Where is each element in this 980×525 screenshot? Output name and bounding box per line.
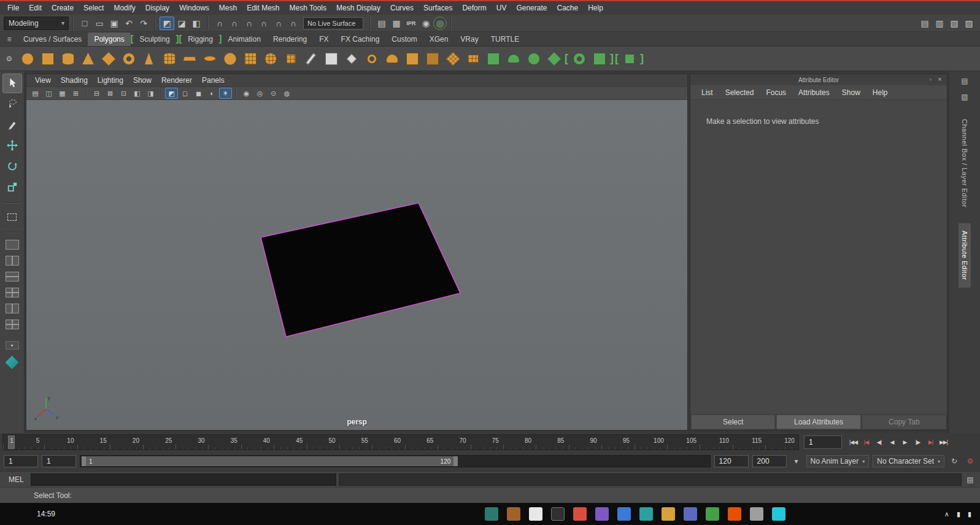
anim-layer-dropdown[interactable]: No Anim Layer ▾ [806,455,870,467]
menu-mesh-display[interactable]: Mesh Display [331,1,385,15]
taskbar-app-icon[interactable] [507,507,520,521]
animation-start-field[interactable]: 1 [4,455,38,467]
menu-help[interactable]: Help [583,1,608,15]
playback-start-field[interactable]: 1 [42,455,76,467]
scale-tool-button[interactable] [2,178,22,197]
save-scene-button[interactable]: ▣ [107,17,122,30]
shelf-poly-subdiv-cube-icon[interactable] [240,48,260,70]
last-tool-slot[interactable] [2,207,22,227]
menu-mesh-tools[interactable]: Mesh Tools [285,1,331,15]
layout-two-panes-side-by-side-button[interactable] [6,256,19,266]
shelf-target-weld-icon[interactable] [589,48,609,70]
shelf-multi-cut-icon[interactable] [361,48,382,70]
play-backwards-button[interactable]: ◀ [885,435,898,449]
shelf-smooth-preview-icon[interactable] [503,48,523,70]
menu-cache[interactable]: Cache [552,1,583,15]
shelf-combine-icon[interactable] [463,48,483,70]
snap-to-projected-center-button[interactable]: ∩ [257,17,271,30]
step-back-frame-button[interactable]: ◀| [873,435,885,449]
menu-uv[interactable]: UV [492,1,512,15]
shelf-transfer-attributes-icon[interactable] [619,48,639,70]
menu-select[interactable]: Select [79,1,109,15]
snap-to-point-button[interactable]: ∩ [242,17,257,30]
layout-four-panes-alt-button[interactable] [6,320,19,329]
menu-modify[interactable]: Modify [109,1,140,15]
select-object-mask-button[interactable]: ◪ [174,17,189,30]
shelf-tab-rendering[interactable]: Rendering [267,33,313,46]
shelf-tab-turtle[interactable]: TURTLE [485,33,525,46]
taskbar-app-icon[interactable] [706,507,719,521]
camera-attributes-icon[interactable]: ▦ [56,88,69,99]
shelf-poly-sphere-icon[interactable] [17,48,37,70]
shelf-tab-rigging[interactable]: Rigging [182,33,219,46]
menu-edit[interactable]: Edit [24,1,47,15]
redo-button[interactable]: ↷ [136,17,151,30]
toggle-tool-settings-button[interactable]: ▧ [947,17,962,30]
playback-end-field[interactable]: 120 [714,455,749,467]
menu-file[interactable]: File [2,1,24,15]
undo-button[interactable]: ↶ [122,17,136,30]
shelf-tab-custom[interactable]: Custom [385,33,423,46]
tray-status-icon[interactable]: ▮ [957,510,960,518]
shelf-poly-disc-icon[interactable] [199,48,220,70]
copy-tab-button[interactable]: Copy Tab [862,415,946,429]
menu-windows[interactable]: Windows [174,1,214,15]
animation-end-field[interactable]: 200 [752,455,787,467]
float-panel-icon[interactable]: ▫ [926,75,935,84]
panel-menu-renderer[interactable]: Renderer [156,76,197,85]
play-forwards-button[interactable]: ▶ [898,435,911,449]
ae-menu-attributes[interactable]: Attributes [792,88,836,97]
step-forward-frame-button[interactable]: |▶ [911,435,924,449]
character-set-dropdown[interactable]: No Character Set ▾ [873,455,944,467]
taskbar-app-icon[interactable] [551,507,565,521]
taskbar-app-icon[interactable] [617,507,631,521]
shelf-create-polygon-tool-icon[interactable] [301,48,321,70]
taskbar-app-icon[interactable] [595,507,609,521]
shelf-mirror-icon[interactable] [544,48,564,70]
playback-options-dropdown-icon[interactable]: ▾ [790,455,803,467]
paint-select-tool-button[interactable] [2,115,22,135]
move-tool-button[interactable] [2,136,22,156]
menu-generate[interactable]: Generate [511,1,552,15]
range-slider[interactable]: 1 120 [80,455,711,467]
tray-expand-icon[interactable]: ∧ [944,510,949,518]
menu-mesh[interactable]: Mesh [214,1,242,15]
xray-mode-icon[interactable]: ◍ [280,88,293,99]
select-button[interactable]: Select [691,415,775,429]
taskbar-app-icon[interactable] [750,507,763,521]
make-live-button[interactable]: ∩ [286,17,301,30]
snap-to-curve-button[interactable]: ∩ [227,17,242,30]
shelf-poly-prism-icon[interactable] [139,48,159,70]
layout-four-panes-button[interactable] [6,288,19,297]
snap-to-view-plane-button[interactable]: ∩ [271,17,286,30]
menu-edit-mesh[interactable]: Edit Mesh [242,1,284,15]
command-line-language-toggle[interactable]: MEL [4,475,28,484]
use-all-lights-icon[interactable]: ◐ [206,88,218,99]
render-current-frame-button[interactable]: ◉ [419,17,433,30]
ae-menu-selected[interactable]: Selected [719,88,760,97]
layout-three-panes-split-left-button[interactable] [6,304,19,313]
toggle-attribute-editor-button[interactable]: ▥ [932,17,947,30]
shelf-quad-draw-icon[interactable] [321,48,341,70]
shelf-tab-vray[interactable]: VRay [454,33,484,46]
toggle-channel-box-button[interactable]: ▨ [962,17,976,30]
ae-menu-show[interactable]: Show [836,88,866,97]
menu-deform[interactable]: Deform [457,1,491,15]
snap-to-grid-button[interactable]: ∩ [212,17,227,30]
bookmark-icon[interactable]: ⊞ [69,88,82,99]
film-gate-icon[interactable]: ◧ [131,88,144,99]
layout-more-dropdown[interactable]: ▾ [6,341,19,350]
shelf-poly-cone-icon[interactable] [78,48,98,70]
shelf-tab-fx-caching[interactable]: FX Caching [335,33,386,46]
maya-logo-icon[interactable] [6,356,19,369]
menu-display[interactable]: Display [141,1,174,15]
render-settings-button[interactable]: ▤ [374,17,389,30]
render-view-button[interactable]: ▦ [389,17,404,30]
auto-keyframe-toggle-icon[interactable]: ↻ [948,455,960,467]
shelf-boolean-union-icon[interactable] [402,48,422,70]
shaded-mode-icon[interactable]: ◻ [179,88,191,99]
taskbar-app-icon[interactable] [529,507,542,521]
panel-menu-shading[interactable]: Shading [56,76,93,85]
shelf-tab-fx[interactable]: FX [313,33,334,46]
wireframe-mode-icon[interactable]: ◩ [165,88,178,99]
